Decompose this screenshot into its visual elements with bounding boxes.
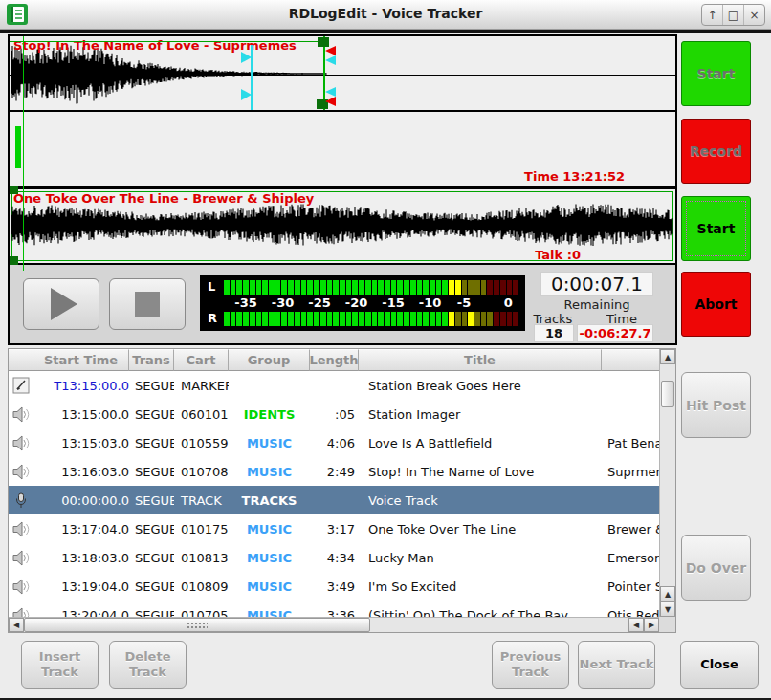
scroll-up-icon[interactable]: ▲ (660, 349, 675, 364)
track-start-handle-bottom[interactable] (10, 256, 18, 265)
column-header-start-time[interactable]: Start Time (33, 349, 129, 371)
fade-marker-handle-bottom-icon[interactable] (241, 89, 252, 100)
row-trans: SEGUE (129, 379, 174, 393)
waveform-lane-previous-track[interactable]: Stop! In The Name of Love - Suprmemes (10, 36, 675, 112)
vu-scale-tick: -30 (272, 295, 295, 310)
elapsed-time-display: 0:00:07.1 (540, 272, 653, 296)
log-row[interactable]: T13:15:00.0SEGUEMARKERStation Break Goes… (9, 371, 659, 400)
scroll-right-icon[interactable]: ▶ (644, 618, 659, 632)
fade-marker-handle-top-icon[interactable] (241, 52, 252, 63)
vu-segment (487, 312, 493, 326)
vu-segment (417, 312, 423, 326)
hit-post-button[interactable]: Hit Post (681, 372, 751, 438)
vu-segment (243, 312, 249, 326)
row-artist: Pointer Sisters (602, 580, 659, 594)
titlebar[interactable]: RDLogEdit - Voice Tracker ↑ □ × (0, 0, 771, 30)
vu-left-bar (224, 280, 518, 295)
log-row[interactable]: 00:00:00.0SEGUETRACKTRACKSVoice Track (9, 486, 659, 514)
vu-segment (359, 312, 364, 326)
vu-segment (468, 312, 474, 326)
horizontal-scrollbar[interactable]: ◀ ◀ ▶ (9, 617, 659, 632)
row-trans: SEGUE (129, 493, 174, 508)
abort-button[interactable]: Abort (681, 272, 751, 337)
vu-scale-tick: -10 (419, 295, 442, 310)
delete-track-button[interactable]: Delete Track (109, 641, 187, 689)
playhead-line[interactable] (23, 36, 24, 271)
vu-segment (275, 312, 281, 326)
vu-segment (314, 280, 319, 295)
window-title: RDLogEdit - Voice Tracker (0, 6, 771, 21)
row-trans: SEGUE (129, 522, 174, 536)
log-row[interactable]: 13:15:00.0SEGUE060101IDENTS:05Station Im… (9, 400, 659, 428)
horizontal-scroll-thumb[interactable] (24, 618, 370, 632)
end-marker-cyan-bottom-icon[interactable] (325, 87, 336, 97)
column-header-group[interactable]: Group (229, 349, 310, 371)
speaker-icon (11, 435, 31, 451)
vu-segment (423, 312, 429, 326)
log-row[interactable]: 13:18:03.0SEGUE010813MUSIC4:34Lucky ManE… (9, 543, 659, 572)
close-icon[interactable]: × (743, 5, 764, 25)
column-header-icon[interactable] (9, 349, 33, 371)
maximize-icon[interactable]: □ (722, 5, 743, 25)
row-group: MUSIC (229, 551, 310, 565)
speaker-icon (11, 406, 31, 423)
close-button[interactable]: Close (680, 641, 759, 689)
vu-segment (462, 312, 468, 326)
shade-icon[interactable]: ↑ (702, 5, 722, 25)
vu-segment (513, 280, 518, 295)
record-button[interactable]: Record (681, 119, 751, 184)
vu-segment (281, 280, 287, 295)
vu-segment (372, 312, 378, 326)
column-header-title[interactable]: Title (359, 349, 602, 371)
log-row[interactable]: 13:17:04.0SEGUE010175MUSIC3:17One Toke O… (9, 514, 659, 543)
vu-segment (507, 280, 513, 295)
speaker-icon (11, 464, 31, 480)
row-length: 3:49 (310, 580, 359, 594)
do-over-button[interactable]: Do Over (681, 535, 751, 601)
vu-scale-tick: -20 (345, 295, 368, 310)
hit-post-label: Hit Post (686, 398, 746, 413)
column-header-cart[interactable]: Cart (174, 349, 229, 371)
scrollbar-corner (659, 617, 675, 632)
log-row[interactable]: 13:15:03.0SEGUE010559MUSIC4:06Love Is A … (9, 428, 659, 457)
previous-track-button[interactable]: Previous Track (492, 641, 569, 689)
end-marker-red-bottom-icon[interactable] (325, 97, 336, 106)
vertical-scrollbar[interactable]: ▲ ▲ ▼ (659, 349, 675, 618)
track-start-handle-top[interactable] (10, 186, 18, 194)
end-marker-cyan-top-icon[interactable] (325, 55, 336, 65)
scroll-left2-icon[interactable]: ◀ (628, 618, 644, 632)
start-track2-button[interactable]: Start (681, 196, 751, 261)
vu-segment (391, 312, 397, 326)
column-header-trans[interactable]: Trans (129, 349, 174, 371)
column-header-length[interactable]: Length (310, 349, 359, 371)
row-group: MUSIC (229, 465, 310, 479)
log-row[interactable]: 13:19:04.0SEGUE010809MUSIC3:49I'm So Exc… (9, 572, 659, 601)
scroll-down-icon[interactable]: ▼ (660, 602, 675, 617)
play-button[interactable] (23, 278, 99, 330)
insert-track-label: Insert Track (22, 649, 98, 681)
waveform-lane-empty[interactable]: Time 13:21:52 (10, 112, 675, 189)
stop-button[interactable] (109, 278, 186, 330)
column-header-artist[interactable] (602, 349, 659, 371)
vu-segment (404, 312, 409, 326)
end-marker-red-top-icon[interactable] (325, 46, 336, 55)
scroll-up2-icon[interactable]: ▲ (660, 586, 675, 602)
next-track-button[interactable]: Next Track (578, 641, 655, 689)
vu-segment (442, 312, 448, 326)
vu-segment (250, 312, 255, 326)
vu-segment (385, 280, 390, 295)
talk-readout: Talk :0 (535, 248, 581, 262)
insert-track-button[interactable]: Insert Track (21, 641, 99, 689)
scroll-left-icon[interactable]: ◀ (9, 618, 24, 632)
row-group: MUSIC (229, 436, 310, 450)
vu-segment (455, 312, 461, 326)
log-row[interactable]: 13:20:04.0SEGUE010705MUSIC3:36(Sittin' O… (9, 601, 659, 618)
row-artist: Suprmemes (602, 465, 659, 479)
vu-segment (468, 280, 474, 295)
vertical-scroll-thumb[interactable] (661, 381, 674, 407)
rdlogedit-voice-tracker-window: RDLogEdit - Voice Tracker ↑ □ × Stop! In… (0, 0, 771, 700)
start-track1-button[interactable]: Start (681, 41, 751, 106)
time-remaining-value: -0:06:27.7 (577, 324, 653, 342)
waveform-lane-current-track[interactable]: One Toke Over The Line - Brewer & Shiple… (10, 189, 675, 265)
log-row[interactable]: 13:16:03.0SEGUE010708MUSIC2:49Stop! In T… (9, 457, 659, 486)
